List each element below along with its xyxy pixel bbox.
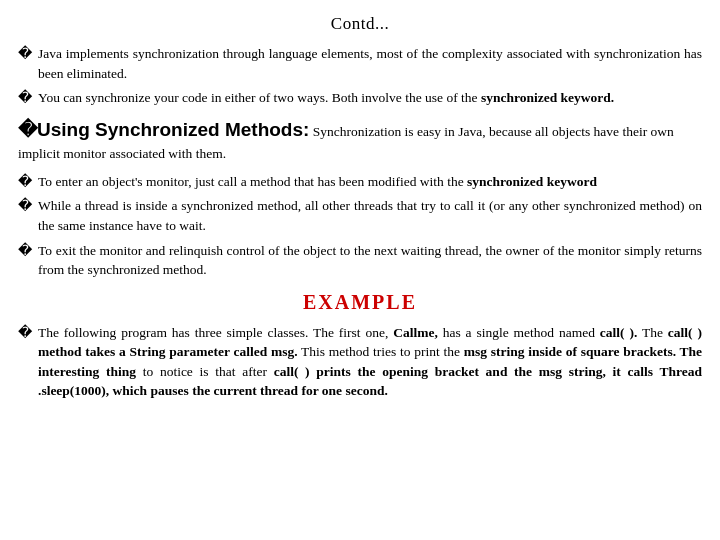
- page-title: Contd...: [18, 14, 702, 34]
- bullet-text: Java implements synchronization through …: [38, 44, 702, 83]
- list-item: �The following program has three simple …: [18, 323, 702, 401]
- bullet-text: You can synchronize your code in either …: [38, 88, 702, 108]
- bullet-icon: �: [18, 196, 34, 216]
- example-label: EXAMPLE: [18, 291, 702, 314]
- bullet-text: The following program has three simple c…: [38, 323, 702, 401]
- list-item: �To enter an object's monitor, just call…: [18, 172, 702, 192]
- bullet-icon: �: [18, 172, 34, 192]
- bullet-icon: �: [18, 88, 34, 108]
- content-area: �Java implements synchronization through…: [18, 44, 702, 530]
- bullet-text: To enter an object's monitor, just call …: [38, 172, 702, 192]
- section-header: �Using Synchronized Methods: Synchroniza…: [18, 117, 702, 164]
- list-item: � You can synchronize your code in eithe…: [18, 88, 702, 108]
- bullet-text: To exit the monitor and relinquish contr…: [38, 241, 702, 280]
- list-item: �Java implements synchronization through…: [18, 44, 702, 83]
- bullet-icon: �: [18, 241, 34, 261]
- bullet-text: While a thread is inside a synchronized …: [38, 196, 702, 235]
- list-item: �To exit the monitor and relinquish cont…: [18, 241, 702, 280]
- list-item: �While a thread is inside a synchronized…: [18, 196, 702, 235]
- bullet-icon: �: [18, 44, 34, 64]
- section-header-title: �Using Synchronized Methods:: [18, 119, 309, 140]
- bullet-icon: �: [18, 323, 34, 343]
- page: Contd... �Java implements synchronizatio…: [0, 0, 720, 540]
